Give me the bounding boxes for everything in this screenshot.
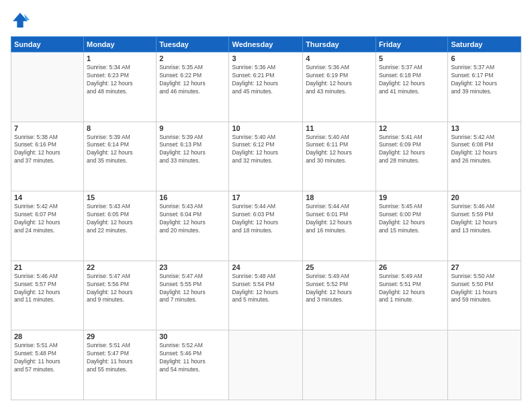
calendar-cell: 4Sunrise: 5:36 AM Sunset: 6:19 PM Daylig… bbox=[303, 52, 376, 122]
calendar-cell: 19Sunrise: 5:45 AM Sunset: 6:00 PM Dayli… bbox=[375, 191, 447, 261]
day-info: Sunrise: 5:35 AM Sunset: 6:22 PM Dayligh… bbox=[159, 64, 226, 96]
calendar-body: 1Sunrise: 5:34 AM Sunset: 6:23 PM Daylig… bbox=[11, 52, 521, 400]
calendar-cell bbox=[11, 52, 84, 122]
calendar-cell: 8Sunrise: 5:39 AM Sunset: 6:14 PM Daylig… bbox=[84, 122, 157, 191]
day-info: Sunrise: 5:36 AM Sunset: 6:19 PM Dayligh… bbox=[306, 64, 373, 96]
calendar-cell: 9Sunrise: 5:39 AM Sunset: 6:13 PM Daylig… bbox=[157, 122, 229, 191]
day-info: Sunrise: 5:51 AM Sunset: 5:47 PM Dayligh… bbox=[87, 342, 153, 374]
day-info: Sunrise: 5:48 AM Sunset: 5:54 PM Dayligh… bbox=[232, 273, 300, 305]
day-number: 29 bbox=[87, 332, 153, 340]
calendar-cell: 28Sunrise: 5:51 AM Sunset: 5:48 PM Dayli… bbox=[11, 330, 84, 400]
day-info: Sunrise: 5:43 AM Sunset: 6:05 PM Dayligh… bbox=[87, 203, 153, 235]
day-info: Sunrise: 5:47 AM Sunset: 5:55 PM Dayligh… bbox=[159, 273, 226, 305]
day-info: Sunrise: 5:42 AM Sunset: 6:07 PM Dayligh… bbox=[14, 203, 81, 235]
calendar-cell: 22Sunrise: 5:47 AM Sunset: 5:56 PM Dayli… bbox=[84, 261, 157, 330]
day-number: 5 bbox=[379, 54, 445, 62]
day-number: 20 bbox=[451, 193, 518, 201]
day-number: 28 bbox=[14, 332, 81, 340]
calendar-cell: 30Sunrise: 5:52 AM Sunset: 5:46 PM Dayli… bbox=[157, 330, 229, 400]
calendar-cell: 2Sunrise: 5:35 AM Sunset: 6:22 PM Daylig… bbox=[157, 52, 229, 122]
calendar-cell: 11Sunrise: 5:40 AM Sunset: 6:11 PM Dayli… bbox=[303, 122, 376, 191]
day-number: 19 bbox=[379, 193, 445, 201]
calendar-header: SundayMondayTuesdayWednesdayThursdayFrid… bbox=[11, 37, 521, 52]
calendar-cell: 5Sunrise: 5:37 AM Sunset: 6:18 PM Daylig… bbox=[375, 52, 447, 122]
day-number: 13 bbox=[451, 124, 518, 132]
day-number: 16 bbox=[159, 193, 226, 201]
day-number: 25 bbox=[306, 263, 373, 271]
day-number: 21 bbox=[14, 263, 81, 271]
day-info: Sunrise: 5:37 AM Sunset: 6:17 PM Dayligh… bbox=[451, 64, 518, 96]
calendar-cell: 24Sunrise: 5:48 AM Sunset: 5:54 PM Dayli… bbox=[229, 261, 303, 330]
calendar-week: 1Sunrise: 5:34 AM Sunset: 6:23 PM Daylig… bbox=[11, 52, 521, 122]
header-day: Monday bbox=[84, 37, 157, 52]
day-info: Sunrise: 5:43 AM Sunset: 6:04 PM Dayligh… bbox=[159, 203, 226, 235]
day-number: 26 bbox=[379, 263, 445, 271]
day-info: Sunrise: 5:39 AM Sunset: 6:13 PM Dayligh… bbox=[159, 134, 226, 166]
day-number: 24 bbox=[232, 263, 300, 271]
calendar-cell: 12Sunrise: 5:41 AM Sunset: 6:09 PM Dayli… bbox=[375, 122, 447, 191]
logo bbox=[11, 11, 32, 30]
day-number: 8 bbox=[87, 124, 153, 132]
day-number: 7 bbox=[14, 124, 81, 132]
day-info: Sunrise: 5:44 AM Sunset: 6:03 PM Dayligh… bbox=[232, 203, 300, 235]
day-number: 17 bbox=[232, 193, 300, 201]
header-row: SundayMondayTuesdayWednesdayThursdayFrid… bbox=[11, 37, 521, 52]
header-day: Sunday bbox=[11, 37, 84, 52]
header-day: Friday bbox=[375, 37, 447, 52]
calendar-week: 14Sunrise: 5:42 AM Sunset: 6:07 PM Dayli… bbox=[11, 191, 521, 261]
day-info: Sunrise: 5:49 AM Sunset: 5:52 PM Dayligh… bbox=[306, 273, 373, 305]
calendar-cell: 16Sunrise: 5:43 AM Sunset: 6:04 PM Dayli… bbox=[157, 191, 229, 261]
day-info: Sunrise: 5:47 AM Sunset: 5:56 PM Dayligh… bbox=[87, 273, 153, 305]
calendar-cell: 14Sunrise: 5:42 AM Sunset: 6:07 PM Dayli… bbox=[11, 191, 84, 261]
header-day: Saturday bbox=[448, 37, 521, 52]
calendar-cell bbox=[448, 330, 521, 400]
day-info: Sunrise: 5:44 AM Sunset: 6:01 PM Dayligh… bbox=[306, 203, 373, 235]
calendar-cell: 1Sunrise: 5:34 AM Sunset: 6:23 PM Daylig… bbox=[84, 52, 157, 122]
day-info: Sunrise: 5:51 AM Sunset: 5:48 PM Dayligh… bbox=[14, 342, 81, 374]
day-info: Sunrise: 5:39 AM Sunset: 6:14 PM Dayligh… bbox=[87, 134, 153, 166]
calendar-cell: 20Sunrise: 5:46 AM Sunset: 5:59 PM Dayli… bbox=[448, 191, 521, 261]
header-day: Thursday bbox=[303, 37, 376, 52]
day-number: 23 bbox=[159, 263, 226, 271]
header-day: Tuesday bbox=[157, 37, 229, 52]
day-number: 15 bbox=[87, 193, 153, 201]
day-number: 27 bbox=[451, 263, 518, 271]
calendar-week: 21Sunrise: 5:46 AM Sunset: 5:57 PM Dayli… bbox=[11, 261, 521, 330]
day-number: 2 bbox=[159, 54, 226, 62]
page: SundayMondayTuesdayWednesdayThursdayFrid… bbox=[0, 0, 532, 411]
day-number: 4 bbox=[306, 54, 373, 62]
calendar-cell: 29Sunrise: 5:51 AM Sunset: 5:47 PM Dayli… bbox=[84, 330, 157, 400]
calendar-cell: 15Sunrise: 5:43 AM Sunset: 6:05 PM Dayli… bbox=[84, 191, 157, 261]
header-day: Wednesday bbox=[229, 37, 303, 52]
calendar-table: SundayMondayTuesdayWednesdayThursdayFrid… bbox=[11, 36, 521, 400]
day-info: Sunrise: 5:37 AM Sunset: 6:18 PM Dayligh… bbox=[379, 64, 445, 96]
day-info: Sunrise: 5:46 AM Sunset: 5:57 PM Dayligh… bbox=[14, 273, 81, 305]
calendar-cell: 3Sunrise: 5:36 AM Sunset: 6:21 PM Daylig… bbox=[229, 52, 303, 122]
calendar-cell: 23Sunrise: 5:47 AM Sunset: 5:55 PM Dayli… bbox=[157, 261, 229, 330]
calendar-cell: 25Sunrise: 5:49 AM Sunset: 5:52 PM Dayli… bbox=[303, 261, 376, 330]
calendar-cell: 7Sunrise: 5:38 AM Sunset: 6:16 PM Daylig… bbox=[11, 122, 84, 191]
logo-icon bbox=[11, 11, 30, 30]
day-number: 9 bbox=[159, 124, 226, 132]
day-number: 10 bbox=[232, 124, 300, 132]
day-number: 18 bbox=[306, 193, 373, 201]
day-info: Sunrise: 5:49 AM Sunset: 5:51 PM Dayligh… bbox=[379, 273, 445, 305]
day-number: 30 bbox=[159, 332, 226, 340]
day-info: Sunrise: 5:46 AM Sunset: 5:59 PM Dayligh… bbox=[451, 203, 518, 235]
calendar-cell bbox=[303, 330, 376, 400]
day-number: 6 bbox=[451, 54, 518, 62]
calendar-cell: 10Sunrise: 5:40 AM Sunset: 6:12 PM Dayli… bbox=[229, 122, 303, 191]
day-info: Sunrise: 5:45 AM Sunset: 6:00 PM Dayligh… bbox=[379, 203, 445, 235]
calendar-cell: 26Sunrise: 5:49 AM Sunset: 5:51 PM Dayli… bbox=[375, 261, 447, 330]
calendar-cell: 6Sunrise: 5:37 AM Sunset: 6:17 PM Daylig… bbox=[448, 52, 521, 122]
day-number: 1 bbox=[87, 54, 153, 62]
calendar-cell bbox=[375, 330, 447, 400]
day-info: Sunrise: 5:40 AM Sunset: 6:11 PM Dayligh… bbox=[306, 134, 373, 166]
day-info: Sunrise: 5:52 AM Sunset: 5:46 PM Dayligh… bbox=[159, 342, 226, 374]
day-info: Sunrise: 5:41 AM Sunset: 6:09 PM Dayligh… bbox=[379, 134, 445, 166]
day-info: Sunrise: 5:50 AM Sunset: 5:50 PM Dayligh… bbox=[451, 273, 518, 305]
day-number: 12 bbox=[379, 124, 445, 132]
day-info: Sunrise: 5:42 AM Sunset: 6:08 PM Dayligh… bbox=[451, 134, 518, 166]
day-number: 3 bbox=[232, 54, 300, 62]
day-info: Sunrise: 5:40 AM Sunset: 6:12 PM Dayligh… bbox=[232, 134, 300, 166]
